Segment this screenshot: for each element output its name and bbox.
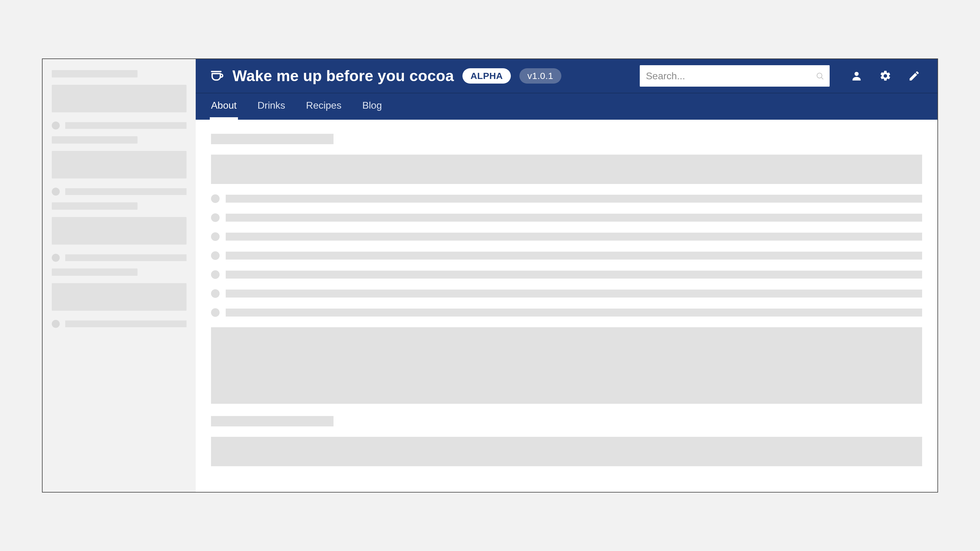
tab-label: Drinks: [258, 100, 285, 111]
content-skeleton-item: [211, 251, 922, 260]
app-frame: Wake me up before you cocoa ALPHA v1.0.1: [42, 59, 938, 492]
sidebar-skeleton-heading: [52, 70, 137, 78]
content-skeleton-bigblock: [211, 327, 922, 404]
sidebar-skeleton-line: [65, 321, 186, 327]
page-header: Wake me up before you cocoa ALPHA v1.0.1: [196, 59, 937, 120]
sidebar-skeleton-dot: [52, 122, 60, 130]
content-skeleton-item: [211, 308, 922, 317]
sidebar-skeleton-block: [52, 283, 186, 311]
tab-about[interactable]: About: [210, 94, 238, 120]
content-skeleton: [196, 120, 937, 492]
sidebar-skeleton-line: [65, 188, 186, 195]
tab-label: Blog: [362, 100, 382, 111]
content-skeleton-item: [211, 232, 922, 241]
content-skeleton-dot: [211, 308, 220, 317]
gear-icon: [879, 70, 891, 82]
content-skeleton-dot: [211, 270, 220, 279]
sidebar-skeleton-item: [52, 187, 186, 195]
content-skeleton-line: [226, 290, 922, 297]
edit-button[interactable]: [905, 67, 923, 85]
tab-label: Recipes: [306, 100, 342, 111]
search-icon: [816, 71, 824, 80]
app-title: Wake me up before you cocoa: [232, 67, 454, 85]
content-skeleton-item: [211, 194, 922, 203]
sidebar-skeleton-heading: [52, 202, 137, 210]
content-skeleton-dot: [211, 213, 220, 222]
cup-icon: [210, 69, 224, 83]
sidebar-skeleton-block: [52, 151, 186, 178]
content-skeleton-dot: [211, 194, 220, 203]
badge-version: v1.0.1: [519, 68, 562, 84]
content-skeleton-line: [226, 308, 922, 316]
content-skeleton-line: [226, 214, 922, 222]
header-icon-group: [847, 67, 923, 85]
content-skeleton-line: [226, 195, 922, 203]
svg-point-3: [854, 72, 858, 76]
user-button[interactable]: [847, 67, 866, 85]
search-input[interactable]: [640, 65, 830, 87]
search-wrap: [640, 65, 830, 87]
svg-line-2: [821, 78, 823, 79]
badge-alpha: ALPHA: [463, 68, 511, 84]
header-tabs: About Drinks Recipes Blog: [196, 94, 937, 120]
sidebar-skeleton-item: [52, 254, 186, 262]
sidebar-skeleton-heading: [52, 136, 137, 144]
tab-drinks[interactable]: Drinks: [256, 94, 286, 120]
content-skeleton-heading: [211, 134, 334, 144]
content-skeleton-dot: [211, 251, 220, 260]
sidebar-skeleton-line: [65, 122, 186, 129]
content-skeleton-block: [211, 437, 922, 466]
content-skeleton-dot: [211, 289, 220, 298]
content-skeleton-line: [226, 252, 922, 260]
main-column: Wake me up before you cocoa ALPHA v1.0.1: [196, 59, 937, 492]
sidebar-skeleton-heading: [52, 268, 137, 276]
content-skeleton-heading: [211, 416, 334, 426]
content-skeleton-line: [226, 271, 922, 279]
tab-blog[interactable]: Blog: [361, 94, 383, 120]
content-skeleton-item: [211, 270, 922, 279]
pencil-icon: [908, 70, 920, 82]
content-skeleton-item: [211, 213, 922, 222]
sidebar-skeleton-dot: [52, 320, 60, 328]
content-skeleton-dot: [211, 232, 220, 241]
sidebar-skeleton-item: [52, 122, 186, 130]
sidebar-skeleton-item: [52, 320, 186, 328]
sidebar-skeleton-block: [52, 217, 186, 245]
content-skeleton-block: [211, 155, 922, 184]
sidebar: [43, 59, 196, 492]
sidebar-skeleton-dot: [52, 187, 60, 195]
tab-recipes[interactable]: Recipes: [305, 94, 343, 120]
svg-point-1: [817, 73, 822, 78]
tab-label: About: [211, 100, 237, 111]
sidebar-skeleton-block: [52, 85, 186, 112]
settings-button[interactable]: [876, 67, 894, 85]
sidebar-skeleton-dot: [52, 254, 60, 262]
sidebar-skeleton-line: [65, 254, 186, 261]
content-skeleton-line: [226, 233, 922, 241]
content-skeleton-item: [211, 289, 922, 298]
header-top-bar: Wake me up before you cocoa ALPHA v1.0.1: [196, 59, 937, 94]
user-icon: [850, 70, 863, 82]
